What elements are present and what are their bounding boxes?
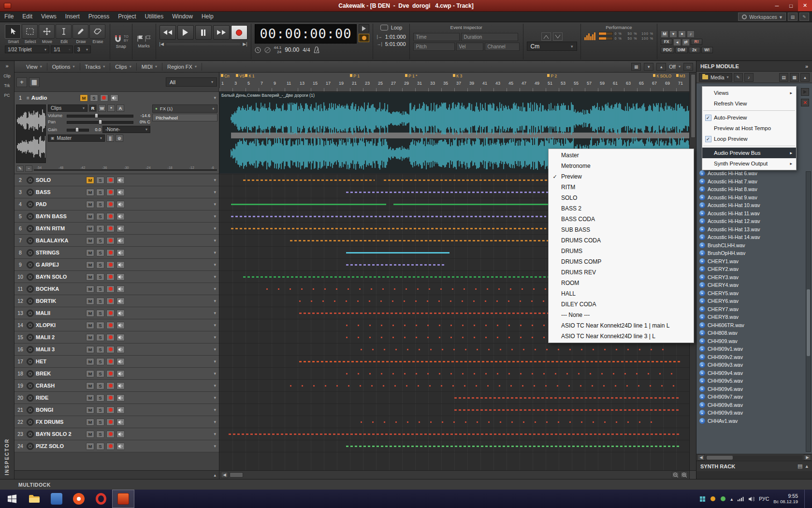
record-arm-button[interactable] — [106, 431, 115, 438]
inspector-vertical-label[interactable]: INSPECTOR — [4, 438, 10, 475]
collapse-tracks-icon[interactable]: ▾ — [644, 63, 653, 71]
midi-clip[interactable] — [231, 228, 546, 229]
track-dropdown-icon[interactable]: ▾ — [214, 371, 218, 376]
zoom-in-icon[interactable] — [681, 472, 688, 478]
mute-button[interactable]: M — [86, 443, 94, 450]
input-echo-button[interactable] — [116, 310, 125, 317]
solo-button[interactable]: S — [96, 273, 104, 281]
midi-clip[interactable] — [346, 252, 450, 254]
track-name[interactable]: MALII 3 — [36, 346, 84, 352]
media-file-item[interactable]: ▸CHH909v3.wav — [699, 361, 812, 369]
track-name[interactable]: BAYN SOLO — [36, 274, 84, 280]
track-dropdown-icon[interactable]: ▾ — [214, 286, 218, 291]
media-file-item[interactable]: ▸CHH909v6.wav — [699, 385, 812, 393]
track-dropdown-icon[interactable]: ▾ — [214, 238, 218, 243]
tray-expand-icon[interactable]: ▴ — [730, 496, 733, 502]
media-play-button[interactable] — [801, 88, 809, 96]
tray-green-icon[interactable] — [720, 496, 726, 502]
fx-bypass-button[interactable]: * — [107, 105, 115, 112]
mute-button[interactable]: M — [86, 298, 94, 305]
synth-rack-header[interactable]: SYNTH RACK ▤▴ — [696, 461, 812, 471]
add-fx-icon[interactable]: + — [212, 106, 215, 111]
solo-button[interactable]: S — [96, 406, 104, 414]
marker-flags-icon[interactable] — [136, 35, 152, 43]
ruler-marker[interactable]: VS — [236, 74, 245, 78]
goto-start-icon[interactable]: |◀ — [160, 42, 164, 46]
input-echo-button[interactable] — [116, 418, 125, 426]
clip-lane-20[interactable] — [219, 392, 689, 404]
record-arm-button[interactable] — [100, 94, 108, 102]
track-row-8[interactable]: 8STRINGSMS▾ — [14, 247, 219, 259]
track-height-slider-icon[interactable]: ▭ — [683, 63, 693, 71]
clip-lane-18[interactable] — [219, 368, 689, 380]
media-file-item[interactable]: ▸Acoustic Hi-Hat 13.wav — [699, 225, 812, 234]
clip-lane-19[interactable] — [219, 380, 689, 392]
trackview-menu-view[interactable]: View▾ — [21, 63, 47, 71]
context-menu-item[interactable]: Master — [549, 150, 694, 161]
media-file-item[interactable]: ▸CHERY4.wav — [699, 281, 812, 289]
media-file-item[interactable]: ▸CHH909v1.wav — [699, 345, 812, 353]
mute-button[interactable]: M — [86, 201, 94, 208]
media-file-item[interactable]: ▸Acoustic Hi-Hat 10.wav — [699, 201, 812, 209]
fast-forward-button[interactable] — [213, 25, 230, 40]
midi-clip[interactable] — [290, 240, 549, 241]
tool-move-button[interactable] — [39, 24, 55, 39]
mute-button[interactable]: M — [86, 418, 94, 426]
volume-slider[interactable] — [67, 113, 133, 118]
record-arm-button[interactable] — [106, 237, 115, 244]
ruler-marker[interactable]: Р 2 — [547, 74, 557, 78]
record-arm-button[interactable] — [106, 213, 115, 220]
record-arm-button[interactable] — [106, 273, 115, 281]
clip-lane-17[interactable] — [219, 356, 689, 368]
input-echo-button[interactable] — [116, 261, 125, 269]
taskbar-app-blue[interactable] — [45, 490, 68, 508]
media-stop-button[interactable]: ✕ — [801, 99, 809, 106]
track-name[interactable]: CRASH — [36, 383, 84, 388]
media-file-item[interactable]: ▸Acoustic Hi-Hat 9.wav — [699, 194, 812, 202]
2x-button[interactable]: 2x — [689, 47, 700, 53]
trackview-menu-options[interactable]: Options▾ — [47, 63, 80, 71]
off-chevron-icon[interactable]: ▾ — [679, 64, 681, 69]
media-file-item[interactable]: ▸CHH909.wav — [699, 337, 812, 345]
magnet-icon[interactable] — [114, 34, 122, 43]
workspaces-dropdown[interactable]: Workspaces ▾ — [738, 13, 786, 21]
solo-button[interactable]: S — [96, 177, 104, 184]
minimize-button[interactable]: ─ — [770, 0, 784, 11]
input-echo-button[interactable] — [116, 443, 125, 450]
midi-clip[interactable] — [346, 373, 675, 374]
trackview-menu-region-fx[interactable]: Region FX▾ — [162, 63, 202, 71]
multidock-bar[interactable]: MULTIDOCK — [0, 479, 812, 490]
vertical-scroll-thumb[interactable] — [691, 74, 696, 138]
context-menu-item[interactable]: DILEY CODA — [549, 299, 694, 310]
clip-lane-23[interactable] — [219, 428, 689, 440]
record-arm-button[interactable] — [106, 370, 115, 377]
track-name[interactable]: BORTIK — [36, 298, 84, 304]
expand-tracks-icon[interactable]: ▴ — [656, 63, 666, 71]
context-menu-item[interactable]: DRUMS REV — [549, 267, 694, 278]
goto-end-icon[interactable]: ▶| — [243, 42, 247, 46]
context-menu-item[interactable]: HALL — [549, 288, 694, 299]
browser-scroll-right-icon[interactable]: ▶ — [804, 454, 811, 461]
tray-grid-icon[interactable] — [699, 496, 706, 502]
file-explorer-button[interactable] — [23, 490, 45, 508]
track-dropdown-icon[interactable]: ▾ — [214, 335, 218, 340]
menu-window[interactable]: Window — [168, 12, 197, 22]
mute-button[interactable]: M — [86, 431, 94, 438]
preview-note-icon[interactable]: ♪ — [744, 73, 754, 82]
io-swap-icon[interactable]: ⇄ — [682, 39, 690, 46]
context-menu-item[interactable]: SUB BASS — [549, 224, 694, 235]
media-file-item[interactable]: ▸CHH909v8.wav — [699, 401, 812, 409]
ruler-marker[interactable]: М3 — [676, 74, 685, 78]
mute-button[interactable]: M — [86, 346, 94, 353]
solo-button[interactable]: S — [96, 358, 104, 365]
track-dropdown-icon[interactable]: ▾ — [214, 226, 218, 231]
context-menu-item[interactable]: ✓Preview — [549, 171, 694, 182]
clock-icon[interactable] — [255, 47, 261, 53]
track-name[interactable]: BREK — [36, 371, 84, 376]
midi-clip[interactable] — [361, 421, 656, 423]
browser-menu-item[interactable]: ✓Auto-Preview — [702, 112, 796, 123]
solo-button[interactable]: S — [96, 322, 104, 329]
menu-views[interactable]: Views — [37, 12, 61, 22]
input-echo-button[interactable] — [116, 249, 125, 256]
record-arm-button[interactable] — [106, 249, 115, 256]
